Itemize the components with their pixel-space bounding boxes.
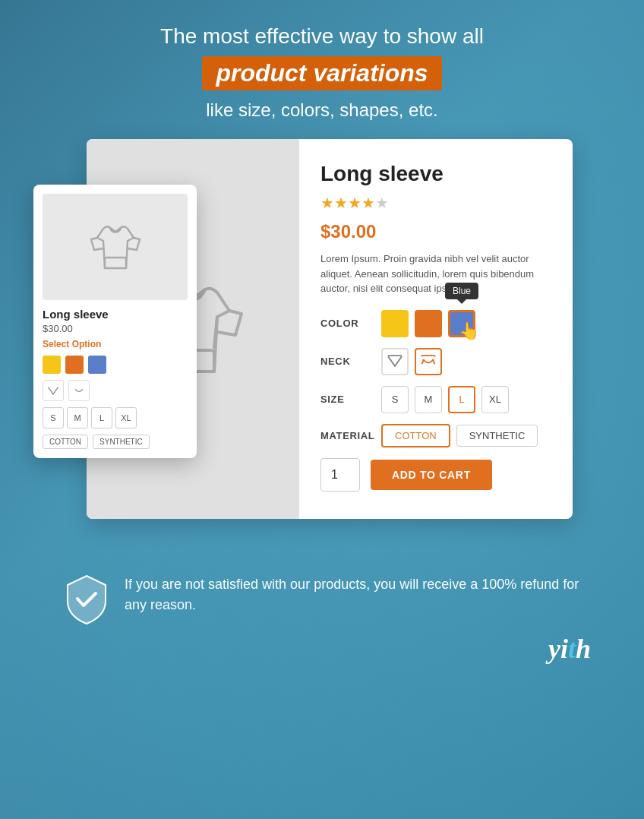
small-color-options (43, 356, 188, 374)
small-size-l[interactable]: L (91, 407, 112, 428)
color-orange[interactable] (415, 310, 442, 337)
select-option-label: Select Option (43, 339, 188, 349)
small-material-options: COTTON SYNTHETIC (43, 435, 188, 449)
product-card-small: Long sleeve $30.00 Select Option (33, 185, 197, 458)
neck-crewneck[interactable] (415, 348, 442, 375)
brand-section: yith (15, 633, 629, 680)
color-blue-wrapper: Blue 👆 (448, 310, 475, 337)
size-l[interactable]: L (448, 386, 475, 413)
size-xl[interactable]: XL (481, 386, 509, 413)
star-1: ★ (320, 194, 334, 212)
product-title-large: Long sleeve (320, 162, 551, 186)
size-label: SIZE (320, 394, 381, 405)
headline-highlight: product variations (202, 56, 441, 90)
color-blue[interactable]: 👆 (448, 310, 475, 337)
size-s[interactable]: S (381, 386, 409, 413)
size-attribute-row: SIZE S M L XL (320, 386, 551, 413)
size-m[interactable]: M (415, 386, 442, 413)
cart-row: ADD TO CART (320, 458, 551, 492)
product-title-small: Long sleeve (43, 308, 188, 321)
color-tooltip: Blue (445, 283, 478, 299)
small-color-orange[interactable] (65, 356, 84, 374)
material-attribute-row: MATERIAL COTTON SYNTHETIC (320, 424, 551, 447)
small-material-synthetic[interactable]: SYNTHETIC (93, 435, 150, 449)
product-details-large: Long sleeve ★ ★ ★ ★ ★ $30.00 Lorem Ipsum… (299, 139, 573, 519)
star-4: ★ (361, 194, 375, 212)
star-5: ★ (375, 194, 389, 212)
small-neck-options (43, 380, 188, 401)
cursor-icon: 👆 (459, 321, 479, 341)
add-to-cart-button[interactable]: ADD TO CART (371, 460, 492, 490)
neck-attribute-row: NECK (320, 348, 551, 375)
size-options: S M L XL (381, 386, 509, 413)
cards-container: Long sleeve ★ ★ ★ ★ ★ $30.00 Lorem Ipsum… (33, 139, 611, 542)
material-options: COTTON SYNTHETIC (381, 424, 538, 447)
small-color-yellow[interactable] (43, 356, 61, 374)
product-price-small: $30.00 (43, 323, 188, 334)
small-size-s[interactable]: S (43, 407, 64, 428)
small-size-options: S M L XL (43, 407, 188, 428)
shield-icon (64, 572, 109, 618)
color-yellow[interactable] (381, 310, 409, 337)
content-wrapper: The most effective way to show all produ… (0, 0, 644, 695)
neck-vneck[interactable] (381, 348, 409, 375)
small-color-blue[interactable] (88, 356, 106, 374)
guarantee-section: If you are not satisfied with our produc… (33, 557, 611, 633)
rating-stars: ★ ★ ★ ★ ★ (320, 194, 551, 212)
neck-options (381, 348, 442, 375)
small-neck-vneck[interactable] (43, 380, 64, 401)
star-2: ★ (334, 194, 348, 212)
product-price-large: $30.00 (320, 221, 551, 242)
small-material-cotton[interactable]: COTTON (43, 435, 88, 449)
star-3: ★ (348, 194, 361, 212)
brand-logo: yith (548, 634, 591, 664)
small-neck-crewneck[interactable] (68, 380, 90, 401)
quantity-input[interactable] (320, 458, 360, 492)
material-cotton[interactable]: COTTON (381, 424, 450, 447)
guarantee-text: If you are not satisfied with our produc… (125, 574, 580, 615)
color-attribute-row: COLOR Blue 👆 (320, 310, 551, 337)
small-size-xl[interactable]: XL (115, 407, 137, 428)
small-size-m[interactable]: M (67, 407, 88, 428)
neck-label: NECK (320, 356, 381, 367)
color-label: COLOR (320, 318, 381, 329)
product-image-small (43, 194, 188, 300)
color-options: Blue 👆 (381, 310, 475, 337)
material-label: MATERIAL (320, 430, 381, 441)
material-synthetic[interactable]: SYNTHETIC (456, 425, 538, 447)
headline-line2: like size, colors, shapes, etc. (206, 100, 437, 121)
headline-line1: The most effective way to show all (160, 23, 484, 50)
product-description: Lorem Ipsum. Proin gravida nibh vel veli… (320, 251, 551, 296)
